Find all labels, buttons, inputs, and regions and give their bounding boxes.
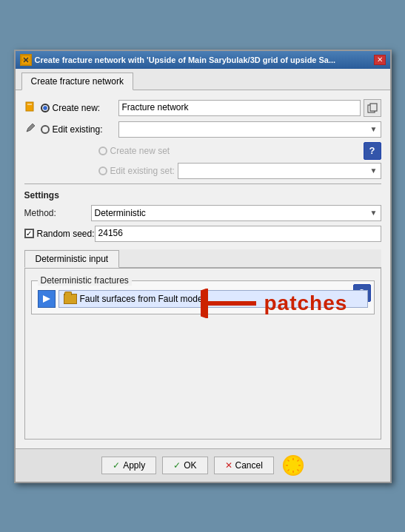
deterministic-fractures-section: Deterministic fractures ? xyxy=(31,280,375,314)
create-new-set-row: Create new set ? xyxy=(98,142,381,160)
wand-icon xyxy=(24,101,38,115)
copy-button[interactable] xyxy=(364,99,381,117)
main-window: Create fracture network with 'Upside of … xyxy=(14,50,392,483)
create-new-set-radio-icon xyxy=(98,147,107,155)
divider-1 xyxy=(24,183,381,184)
deterministic-fractures-title: Deterministic fractures xyxy=(38,275,132,286)
create-new-row: Create new: Fracture network xyxy=(24,99,381,117)
folder-icon xyxy=(64,294,77,304)
inner-tab-content: Deterministic fractures ? xyxy=(24,268,381,440)
set-options: Create new set ? Edit existing set: ▼ xyxy=(98,142,381,179)
det-fractures-item-row: Fault surfaces from Fault model xyxy=(38,290,368,308)
create-new-set-label: Create new set xyxy=(110,146,170,156)
cancel-button[interactable]: ✕ Cancel xyxy=(214,457,274,474)
svg-marker-10 xyxy=(43,295,50,303)
fracture-network-input[interactable]: Fracture network xyxy=(118,100,361,116)
edit-existing-set-dropdown[interactable]: ▼ xyxy=(178,163,381,179)
tab-bar: Create fracture network xyxy=(16,69,390,90)
titlebar-text: Create fracture network with 'Upside of … xyxy=(35,55,336,64)
fracture-item[interactable]: Fault surfaces from Fault model xyxy=(58,290,368,308)
svg-line-19 xyxy=(297,469,298,471)
footer: ✓ Apply ✓ OK ✕ Cancel xyxy=(16,448,390,482)
fracture-item-label: Fault surfaces from Fault model xyxy=(80,294,205,304)
method-label: Method: xyxy=(24,208,91,218)
apply-check-icon: ✓ xyxy=(113,460,120,471)
edit-existing-dropdown[interactable]: ▼ xyxy=(118,121,381,138)
titlebar-app-icon xyxy=(20,54,32,66)
method-dropdown-arrow: ▼ xyxy=(370,209,378,217)
create-new-radio[interactable]: Create new: xyxy=(41,103,116,113)
edit-existing-set-row: Edit existing set: ▼ xyxy=(98,163,381,179)
create-new-radio-icon xyxy=(41,104,50,112)
edit-existing-dropdown-arrow: ▼ xyxy=(370,125,378,133)
apply-label: Apply xyxy=(123,460,145,471)
method-row: Method: Deterministic ▼ xyxy=(24,205,381,221)
svg-line-21 xyxy=(287,469,289,471)
edit-existing-set-dropdown-arrow: ▼ xyxy=(370,166,378,175)
edit-existing-radio[interactable]: Edit existing: xyxy=(41,124,116,135)
inner-tab-bar: Deterministic input xyxy=(24,249,381,268)
det-fractures-item: Fault surfaces from Fault model xyxy=(38,290,368,308)
empty-space xyxy=(31,314,375,433)
ok-check-icon: ✓ xyxy=(173,460,181,471)
tab-deterministic-input[interactable]: Deterministic input xyxy=(24,250,120,268)
titlebar-left: Create fracture network with 'Upside of … xyxy=(20,54,336,66)
edit-existing-radio-icon xyxy=(41,125,50,134)
settings-label: Settings xyxy=(24,190,381,201)
method-value: Deterministic xyxy=(95,208,146,218)
random-seed-input[interactable]: 24156 xyxy=(95,226,381,242)
edit-existing-row: Edit existing: ▼ xyxy=(24,121,381,138)
svg-point-13 xyxy=(289,462,297,469)
random-seed-label-group: ✓ Random seed: xyxy=(24,229,95,239)
edit-existing-label: Edit existing: xyxy=(53,124,116,135)
ok-label: OK xyxy=(184,460,196,471)
ok-button[interactable]: ✓ OK xyxy=(162,457,207,474)
add-fracture-button[interactable] xyxy=(38,290,56,308)
edit-existing-set-radio-icon xyxy=(98,166,107,175)
deterministic-fractures-group: Deterministic fractures ? xyxy=(31,280,375,314)
svg-rect-7 xyxy=(370,104,377,111)
help-button[interactable]: ? xyxy=(364,142,381,160)
svg-rect-5 xyxy=(27,104,32,105)
edit-existing-set-label: Edit existing set: xyxy=(110,166,175,176)
tab-create-fracture-network[interactable]: Create fracture network xyxy=(21,73,133,90)
pencil-icon xyxy=(24,122,38,136)
titlebar: Create fracture network with 'Upside of … xyxy=(16,51,390,69)
sun-icon xyxy=(283,455,304,476)
svg-rect-4 xyxy=(26,102,33,111)
close-button[interactable]: ✕ xyxy=(374,55,386,65)
random-seed-row: ✓ Random seed: 24156 xyxy=(24,226,381,242)
svg-line-20 xyxy=(297,459,298,461)
random-seed-checkbox[interactable]: ✓ xyxy=(24,229,34,238)
random-seed-label: Random seed: xyxy=(37,229,95,239)
method-dropdown[interactable]: Deterministic ▼ xyxy=(91,205,381,221)
apply-button[interactable]: ✓ Apply xyxy=(101,457,156,474)
cancel-cross-icon: ✕ xyxy=(225,460,232,471)
main-content: Create new: Fracture network Edit exist xyxy=(16,90,390,448)
create-new-label: Create new: xyxy=(53,103,116,113)
svg-line-18 xyxy=(287,459,289,461)
cancel-label: Cancel xyxy=(235,460,263,471)
